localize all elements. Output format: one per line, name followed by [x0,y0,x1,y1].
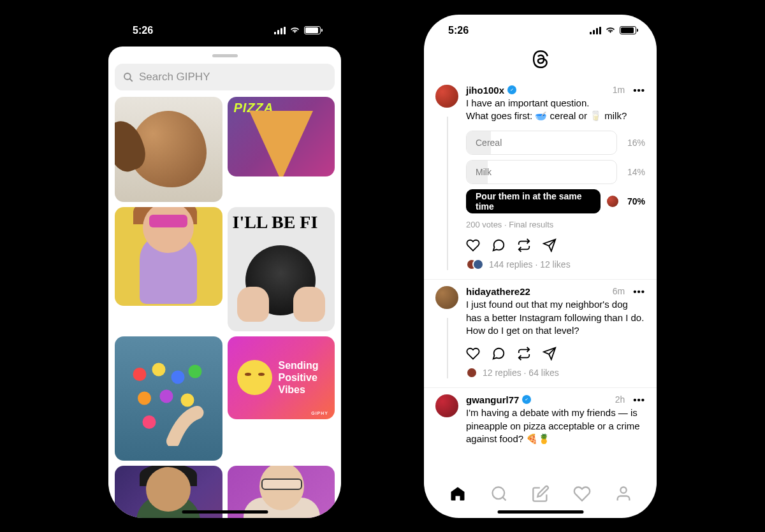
avatar[interactable] [435,286,458,309]
share-icon[interactable] [543,347,557,361]
post-actions [466,347,645,361]
gif-brand: GIPHY [311,411,328,415]
gif-pizza[interactable]: PIZZA [228,97,335,176]
svg-point-8 [181,394,194,407]
nav-home[interactable] [449,485,467,505]
nav-profile[interactable] [615,485,632,505]
home-indicator[interactable] [182,510,268,514]
svg-point-2 [133,368,147,381]
nav-activity[interactable] [573,485,591,505]
status-icons [590,26,636,34]
more-button[interactable]: ••• [633,85,645,96]
wifi-icon [289,26,300,34]
avatar[interactable] [435,394,458,417]
thread-line [447,318,448,378]
repost-icon[interactable] [517,347,531,361]
search-placeholder: Search GIPHY [139,71,210,83]
gif-ill-be-fine-dog[interactable]: I'LL BE FI [228,207,335,331]
home-indicator[interactable] [497,510,583,514]
poll-option[interactable]: Cereal 16% [466,131,645,155]
poll-meta: 200 votes · Final results [466,220,645,229]
reply-icon[interactable] [492,347,506,361]
post-time: 2h [615,394,625,405]
poll: Cereal 16% Milk 14% Pour them in at the … [466,131,645,213]
thread-line [447,117,448,270]
svg-point-16 [620,487,626,492]
reply-icon[interactable] [492,238,506,252]
repost-icon[interactable] [517,238,531,252]
post-time: 1m [613,85,625,95]
username[interactable]: jiho100x [466,85,504,96]
username[interactable]: gwangurl77 [466,394,519,405]
cellular-icon [274,27,286,34]
giphy-sheet: Search GIPHY PIZZA I'LL BE FI [108,47,341,518]
battery-icon [620,26,636,34]
battery-icon [304,26,321,34]
poll-option[interactable]: Milk 14% [466,160,645,184]
voter-avatar [607,196,618,207]
gif-positive-vibes[interactable]: Sending Positive Vibes GIPHY [228,336,335,419]
like-icon[interactable] [466,238,480,252]
threads-logo[interactable] [424,47,657,78]
gif-girl-sunglasses[interactable] [115,207,222,306]
more-button[interactable]: ••• [633,286,645,297]
post-stats[interactable]: 12 replies · 64 likes [466,367,645,378]
svg-point-7 [160,390,173,403]
nav-search[interactable] [490,485,508,505]
svg-point-3 [152,363,166,377]
svg-point-6 [138,392,151,405]
post-time: 6m [613,286,625,296]
wifi-icon [605,26,616,34]
post: jiho100x 1m ••• I have an important ques… [424,78,657,280]
verified-badge [522,395,531,404]
search-input[interactable]: Search GIPHY [115,64,335,90]
svg-point-5 [189,365,202,378]
nav-compose[interactable] [532,485,550,505]
like-icon[interactable] [466,347,480,361]
post-stats[interactable]: 144 replies · 12 likes [466,259,645,270]
gif-felt-board[interactable] [115,336,222,461]
post-text: I just found out that my neighbor's dog … [466,298,645,338]
username[interactable]: hidayathere22 [466,286,530,297]
gif-label: I'LL BE FI [233,212,330,233]
svg-line-15 [502,497,506,500]
status-time: 5:26 [133,25,153,36]
status-icons [274,26,321,34]
post-text: I'm having a debate with my friends — is… [466,406,645,446]
poll-pct: 16% [623,138,645,148]
sheet-grabber[interactable] [212,54,238,57]
svg-point-0 [124,73,131,80]
svg-line-1 [130,78,133,81]
status-bar: 5:26 [108,15,341,47]
poll-pct: 70% [623,196,645,206]
share-icon[interactable] [543,238,557,252]
svg-point-14 [492,487,504,499]
post: hidayathere22 6m ••• I just found out th… [424,280,657,388]
post: gwangurl77 2h ••• I'm having a debate wi… [424,388,657,455]
poll-pct: 14% [623,167,645,177]
post-text: I have an important question. What goes … [466,97,645,123]
post-actions [466,238,645,252]
gif-grid: PIZZA I'LL BE FI [115,97,335,518]
svg-point-9 [143,415,156,429]
gif-dog-sunglasses[interactable] [115,97,222,202]
threads-feed[interactable]: jiho100x 1m ••• I have an important ques… [424,47,657,480]
cellular-icon [590,27,601,34]
svg-point-4 [171,371,185,384]
giphy-phone: 5:26 Search GIPHY PIZZA [108,15,341,518]
avatar[interactable] [435,85,458,108]
status-bar: 5:26 [424,15,657,47]
search-icon [122,71,134,83]
status-time: 5:26 [448,25,469,36]
more-button[interactable]: ••• [633,394,645,405]
threads-phone: 5:26 jiho100x 1m ••• [424,15,657,518]
gif-label: Sending Positive Vibes [279,359,326,396]
verified-badge [507,85,516,94]
poll-option-winner[interactable]: Pour them in at the same time 70% [466,189,645,213]
